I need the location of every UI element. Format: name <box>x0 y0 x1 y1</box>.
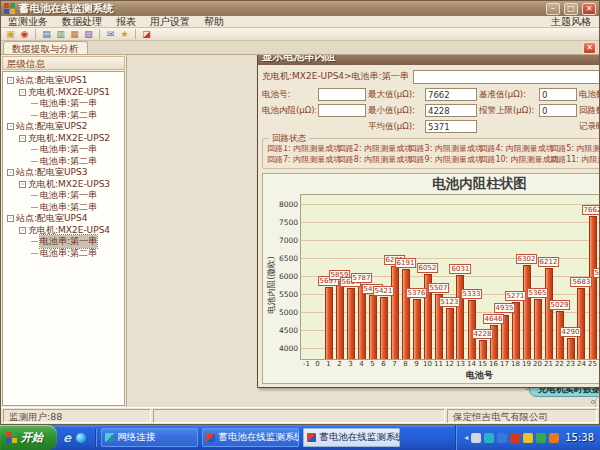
mdi-area: 充电机实时数据 申请充电机记录 显示电池串内阻 – □ ✕ <box>127 55 599 407</box>
update-icon[interactable] <box>497 433 507 443</box>
min-field[interactable]: 4228 <box>425 104 477 117</box>
menu-item-1[interactable]: 监测业务 <box>1 16 55 28</box>
messenger-icon[interactable] <box>76 433 86 443</box>
resistance-field[interactable] <box>318 104 366 117</box>
mail-icon[interactable]: ✉ <box>104 29 117 40</box>
start-button-label: 开始 <box>21 430 43 445</box>
chart-bar <box>534 299 542 359</box>
display-icon[interactable] <box>484 433 494 443</box>
monitor-icon[interactable]: ▣ <box>4 29 17 40</box>
task-button-label: 蓄电池在线监测系统 <box>218 431 299 444</box>
shield-green-icon[interactable] <box>536 433 546 443</box>
toolbar: ▣◉▤▥▦▨✉★◪ <box>1 28 599 41</box>
tree-leaf-line <box>31 195 38 196</box>
base-field[interactable]: 0 <box>539 88 577 101</box>
chart-bar-value: 6191 <box>395 258 417 268</box>
app-minimize-button[interactable]: – <box>546 3 560 15</box>
tray-chevron-icon[interactable]: ◂ <box>464 433 468 442</box>
tree-item-16[interactable]: 电池串:第二串 <box>5 248 124 260</box>
chart-bar <box>369 295 377 359</box>
chart-x-tick: -1 <box>303 360 310 368</box>
chart-x-tick: 2 <box>337 360 341 368</box>
ie-icon[interactable]: e <box>63 431 71 445</box>
status-filler <box>153 409 445 423</box>
chart-x-tick: 12 <box>445 360 454 368</box>
fields-grid: 电池号:最大值(μΩ):7662基准值(μΩ):0电池数:31电池内阻(μΩ):… <box>262 88 599 133</box>
system-tray: ◂ 15:38 <box>455 425 600 450</box>
chart-x-tick: 10 <box>423 360 432 368</box>
hierarchy-panel: 层级信息 -站点:配电室UPS1-充电机:MX2E-UPS1电池串:第一串电池串… <box>1 55 127 407</box>
chart-bar <box>336 281 344 359</box>
tree-expander-icon[interactable]: - <box>7 123 14 130</box>
alarm-field[interactable]: 0 <box>539 104 577 117</box>
chart-bar-value: 7662 <box>582 205 599 215</box>
tree-leaf-line <box>31 253 38 254</box>
chart-icon[interactable]: ▤ <box>40 29 53 40</box>
avg-field[interactable]: 5371 <box>425 120 477 133</box>
record-combobox[interactable]: ▼ <box>413 70 599 84</box>
task-button-3[interactable]: 蓄电池在线监测系统 <box>303 428 400 447</box>
menu-item-2[interactable]: 数据处理 <box>55 16 109 28</box>
app-close-button[interactable]: ✕ <box>582 3 596 15</box>
task-buttons: 网络连接蓄电池在线监测系统蓄电池在线监测系统 <box>99 428 402 447</box>
max-label: 最大值(μΩ): <box>368 89 423 101</box>
loop-status-items: 回路1: 内阻测量成功回路2: 内阻测量成功回路3: 内阻测量成功回路4: 内阻… <box>267 143 599 165</box>
menu-item-3[interactable]: 报表 <box>109 16 143 28</box>
user-icon[interactable]: ★ <box>118 29 131 40</box>
flow-node-request-record[interactable]: 申请充电机记录 <box>595 395 599 407</box>
loop-status-8: 回路8: 内阻测量成功 <box>338 154 409 165</box>
chart-bar <box>545 268 553 359</box>
tree-leaf-line <box>31 149 38 150</box>
resistance-bar-chart: 电池内阻柱状图 电池内阻(微欧) 40004500500055006000650… <box>262 173 599 384</box>
tree-leaf-line <box>31 161 38 162</box>
chart-bar-value: 6212 <box>538 257 560 267</box>
chart-x-tick: 13 <box>456 360 465 368</box>
tree-expander-icon[interactable]: - <box>7 169 14 176</box>
report-icon[interactable]: ▦ <box>68 29 81 40</box>
tree-expander-icon[interactable]: - <box>19 135 26 142</box>
graph-icon[interactable]: ▥ <box>54 29 67 40</box>
tree-expander-icon[interactable]: - <box>19 181 26 188</box>
tab-strip: 数据提取与分析 ✕ <box>1 41 599 55</box>
status-user: 监测用户:88 <box>3 409 151 423</box>
power-icon[interactable] <box>549 433 559 443</box>
resistance-dialog: 显示电池串内阻 – □ ✕ 充电机:MX2E-UPS4>电池串:第一串 ▼ <box>257 55 599 388</box>
data-icon[interactable]: ▨ <box>82 29 95 40</box>
network-error-icon[interactable] <box>510 433 520 443</box>
chart-x-tick: 8 <box>403 360 407 368</box>
task-button-2[interactable]: 蓄电池在线监测系统 <box>202 428 299 447</box>
record-combobox-value <box>414 71 599 83</box>
hierarchy-tree: -站点:配电室UPS1-充电机:MX2E-UPS1电池串:第一串电池串:第二串-… <box>2 71 125 406</box>
app-maximize-button[interactable]: □ <box>564 3 578 15</box>
printer-icon[interactable] <box>471 433 481 443</box>
tab-close-icon[interactable]: ✕ <box>583 42 596 54</box>
camera-icon[interactable]: ◉ <box>18 29 31 40</box>
task-button-1[interactable]: 网络连接 <box>101 428 198 447</box>
chart-gridline <box>301 222 599 223</box>
chart-x-tick: 24 <box>577 360 586 368</box>
chart-x-tick: 19 <box>522 360 531 368</box>
max-field[interactable]: 7662 <box>425 88 477 101</box>
menu-bar: 监测业务数据处理报表用户设置帮助 主题风格 <box>1 16 599 28</box>
chart-bar-value: 5029 <box>549 300 571 310</box>
menu-item-5[interactable]: 帮助 <box>197 16 231 28</box>
tree-expander-icon[interactable]: - <box>7 77 14 84</box>
battery-no-label: 电池号: <box>262 89 316 101</box>
toolbar-separator <box>99 29 100 39</box>
tab-data-analysis[interactable]: 数据提取与分析 <box>3 41 88 54</box>
shield-yellow-icon[interactable] <box>523 433 533 443</box>
hierarchy-panel-header: 层级信息 <box>2 56 125 70</box>
menu-item-theme[interactable]: 主题风格 <box>543 16 599 28</box>
min-label: 最小值(μΩ): <box>368 105 423 117</box>
tree-expander-icon[interactable]: - <box>19 227 26 234</box>
start-button[interactable]: 开始 <box>0 425 57 450</box>
task-button-label: 蓄电池在线监测系统 <box>319 431 400 444</box>
chart-bar <box>380 297 388 359</box>
battery-no-field[interactable] <box>318 88 366 101</box>
menu-item-4[interactable]: 用户设置 <box>143 16 197 28</box>
chart-x-tick: 4 <box>359 360 363 368</box>
chart-x-tick: 15 <box>478 360 487 368</box>
tree-expander-icon[interactable]: - <box>7 215 14 222</box>
exit-icon[interactable]: ◪ <box>140 29 153 40</box>
tree-expander-icon[interactable]: - <box>19 89 26 96</box>
